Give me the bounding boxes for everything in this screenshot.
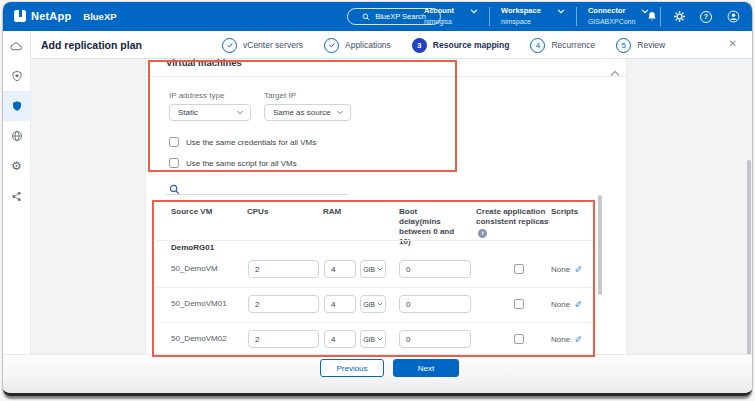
netapp-mark-icon: [14, 10, 26, 22]
workspace-label: Workspace: [501, 6, 541, 16]
sidebar-item-health[interactable]: [3, 61, 30, 91]
boot-delay-input[interactable]: [399, 260, 471, 278]
col-header-consistent-replicas: Create application consistent replicas i: [476, 207, 552, 238]
source-vm-name: 50_DemoVM02: [171, 330, 227, 348]
governance-gear-icon: ⚙: [11, 160, 22, 172]
connector-value: GISABXPConn: [588, 17, 650, 26]
consistent-replicas-checkbox[interactable]: [514, 264, 524, 274]
collapse-section-button[interactable]: [610, 63, 620, 81]
vm-search-input[interactable]: [166, 194, 349, 195]
same-script-checkbox[interactable]: [169, 158, 179, 168]
ram-input[interactable]: [324, 330, 356, 348]
step-applications[interactable]: Applications: [324, 38, 391, 53]
connector-menu[interactable]: Connector GISABXPConn: [588, 6, 650, 26]
same-script-checkbox-row[interactable]: Use the same script for all VMs: [169, 158, 297, 168]
scripts-value: None: [551, 300, 570, 309]
top-icon-group: ?: [645, 2, 740, 31]
col-header-scripts: Scripts: [551, 207, 578, 217]
scripts-value: None: [551, 335, 570, 344]
col-header-consistent-text: Create application consistent replicas: [476, 207, 548, 226]
ram-unit-value: GiB: [363, 266, 375, 273]
settings-button[interactable]: [672, 10, 686, 24]
edit-scripts-icon[interactable]: ✎: [574, 335, 584, 343]
info-icon[interactable]: i: [478, 229, 487, 238]
close-wizard-button[interactable]: ✕: [729, 39, 737, 49]
sidebar-item-protection[interactable]: [3, 91, 30, 121]
ram-unit-select[interactable]: GiB: [360, 330, 386, 348]
cpus-input[interactable]: [248, 295, 319, 313]
edit-scripts-icon[interactable]: ✎: [574, 300, 584, 308]
sidebar-item-governance[interactable]: ⚙: [3, 151, 30, 181]
same-credentials-checkbox[interactable]: [169, 137, 179, 147]
chevron-down-icon: [470, 9, 478, 14]
col-header-source-vm: Source VM: [171, 207, 212, 217]
left-nav-sidebar: ⚙: [3, 31, 31, 354]
ram-unit-select[interactable]: GiB: [360, 295, 386, 313]
user-menu-button[interactable]: [726, 10, 740, 24]
boot-delay-input[interactable]: [399, 330, 471, 348]
next-button[interactable]: Next: [393, 359, 459, 377]
col-header-cpus: CPUs: [247, 207, 268, 217]
step-review[interactable]: 5 Review: [616, 38, 665, 53]
same-script-label: Use the same script for all VMs: [186, 159, 297, 168]
col-header-ram: RAM: [323, 207, 341, 217]
gear-icon: [673, 10, 686, 23]
edit-scripts-icon[interactable]: ✎: [574, 265, 584, 273]
vm-section-title: Virtual machines: [166, 57, 242, 68]
step-recurrence[interactable]: 4 Recurrence: [530, 38, 595, 53]
wizard-footer: Previous Next: [3, 354, 752, 393]
resource-mapping-panel: Virtual machines IP address type Target …: [145, 59, 627, 358]
table-row: 50_DemoVM01 GiB None ✎: [146, 295, 626, 313]
connector-label: Connector: [588, 6, 626, 16]
cloud-icon: [10, 40, 23, 53]
sidebar-item-mobility[interactable]: [3, 121, 30, 151]
previous-button[interactable]: Previous: [320, 359, 384, 377]
source-vm-name: 50_DemoVM01: [171, 295, 227, 313]
protection-shield-icon: [11, 100, 23, 112]
globe-icon: [11, 130, 23, 142]
workspace-value: nimspace: [501, 17, 565, 26]
search-icon: [362, 13, 370, 21]
user-avatar-icon: [727, 10, 740, 23]
step-number-badge: 3: [412, 38, 427, 53]
workspace-menu[interactable]: Workspace nimspace: [501, 6, 565, 26]
target-ip-value: Same as source: [273, 108, 331, 117]
target-ip-select[interactable]: Same as source: [264, 104, 351, 121]
same-credentials-label: Use the same credentials for all VMs: [186, 138, 316, 147]
table-scrollbar[interactable]: [598, 195, 602, 295]
ip-address-type-value: Static: [178, 108, 198, 117]
account-menu[interactable]: Account nimogisa: [424, 6, 478, 26]
chevron-down-icon: [236, 110, 244, 115]
source-vm-name: 50_DemoVM: [171, 260, 218, 278]
wizard-header: Add replication plan vCenter servers App…: [31, 31, 752, 59]
bell-icon: [646, 10, 658, 23]
ram-unit-select[interactable]: GiB: [360, 260, 386, 278]
cpus-input[interactable]: [248, 330, 319, 348]
boot-delay-input[interactable]: [399, 295, 471, 313]
step-label: Applications: [345, 40, 391, 50]
step-label: Recurrence: [551, 40, 595, 50]
sidebar-item-cloud[interactable]: [3, 31, 30, 61]
wizard-stepper: vCenter servers Applications 3 Resource …: [222, 31, 665, 59]
cpus-input[interactable]: [248, 260, 319, 278]
consistent-replicas-checkbox[interactable]: [514, 299, 524, 309]
consistent-replicas-checkbox[interactable]: [514, 334, 524, 344]
sidebar-item-extensions[interactable]: [3, 181, 30, 211]
notifications-button[interactable]: [645, 10, 659, 24]
table-row: 50_DemoVM02 GiB None ✎: [146, 330, 626, 348]
step-resource-mapping[interactable]: 3 Resource mapping: [412, 38, 510, 53]
target-ip-label: Target IP: [264, 91, 296, 100]
page-title: Add replication plan: [41, 31, 142, 59]
step-vcenter-servers[interactable]: vCenter servers: [222, 38, 303, 53]
col-header-boot-delay: Boot delay(mins between 0 and 10): [399, 207, 461, 247]
step-label: Resource mapping: [433, 40, 510, 50]
same-credentials-checkbox-row[interactable]: Use the same credentials for all VMs: [169, 137, 316, 147]
ram-input[interactable]: [324, 260, 356, 278]
ip-address-type-select[interactable]: Static: [169, 104, 251, 121]
health-shield-icon: [11, 70, 23, 82]
ram-unit-value: GiB: [363, 301, 375, 308]
help-button[interactable]: ?: [699, 10, 713, 24]
ram-input[interactable]: [324, 295, 356, 313]
account-value: nimogisa: [424, 17, 478, 26]
vm-search-button[interactable]: [169, 181, 180, 199]
